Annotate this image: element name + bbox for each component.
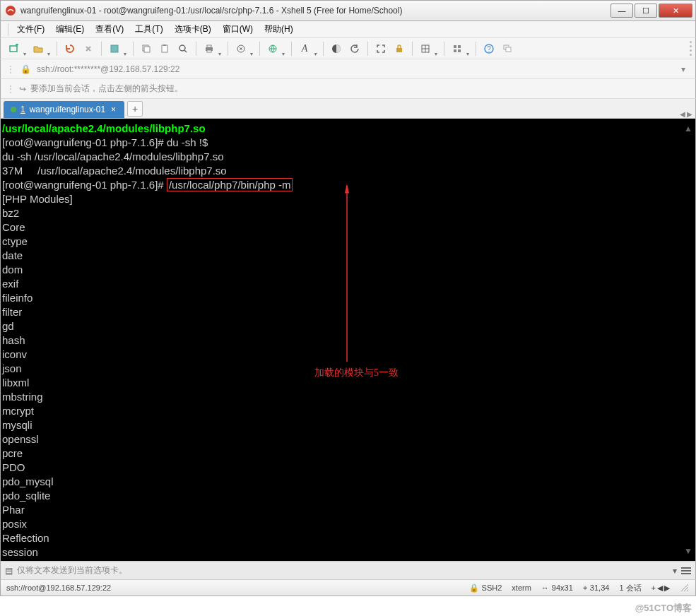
toolbar-sep [57,42,57,56]
toolbar-sep [367,42,368,56]
resize-grip-icon[interactable] [680,583,690,593]
php-module: PDO [2,461,694,475]
status-sessions: 1 会话 [619,583,641,593]
compose-bar: ▤ 仅将文本发送到当前选项卡。 ▾ [0,561,696,579]
php-module: openssl [2,432,694,446]
status-protocol: 🔒SSH2 [469,584,502,593]
terminal-output: du -sh /usr/local/apache2.4/modules/libp… [2,150,694,164]
status-size: ↔ 94x31 [541,584,573,592]
refresh-icon[interactable] [347,41,362,57]
menu-view[interactable]: 查看(V) [91,22,128,37]
php-module: pdo_mysql [2,475,694,489]
menu-help[interactable]: 帮助(H) [260,22,297,37]
svg-rect-4 [144,47,150,52]
menu-edit[interactable]: 编辑(E) [52,22,88,37]
php-module: dom [2,263,694,277]
menu-file[interactable]: 文件(F) [13,22,49,37]
tile-icon[interactable] [449,41,465,57]
terminal[interactable]: /usr/local/apache2.4/modules/libphp7.so … [0,119,696,561]
toolbar-sep [291,42,292,56]
addr-grip-icon: ⋮ [6,64,15,74]
cascade-icon[interactable] [500,41,515,57]
svg-text:?: ? [487,45,491,53]
plus-icon[interactable]: + [651,584,656,592]
toolbar-sep [196,42,196,56]
lock-tiny-icon: 🔒 [469,584,479,593]
disconnect-icon[interactable] [81,41,96,57]
php-module: session [2,545,694,559]
reconnect-icon[interactable] [62,41,78,57]
window-titlebar: wangruifenglinux-01 - root@wangruifeng-0… [0,0,696,21]
font-icon[interactable]: A [297,41,312,57]
terminal-path: /usr/local/apache2.4/modules/libphp7.so [2,122,206,134]
menu-tools[interactable]: 工具(T) [131,22,167,37]
svg-rect-6 [163,45,166,46]
php-module: mysqli [2,418,694,432]
svg-rect-19 [458,49,461,52]
tab-label: wangruifenglinux-01 [30,105,105,114]
address-input[interactable]: ssh://root:********@192.168.57.129:22 [37,64,671,74]
script-icon[interactable] [233,41,249,57]
open-session-icon[interactable] [30,41,46,57]
window-title: wangruifenglinux-01 - root@wangruifeng-0… [20,6,609,16]
php-module: ctype [2,235,694,249]
terminal-output: [PHP Modules] [2,192,694,206]
svg-rect-16 [454,45,456,48]
chevron-right-icon[interactable]: ▶ [664,584,670,593]
compose-mode-icon[interactable]: ▤ [5,566,13,576]
tab-prev-icon[interactable]: ◀ [680,110,685,118]
svg-rect-5 [162,45,167,52]
tab-strip: 1 wangruifenglinux-01 × + ◀ ▶ [0,99,696,119]
compose-placeholder[interactable]: 仅将文本发送到当前选项卡。 [17,564,668,576]
tab-next-icon[interactable]: ▶ [687,110,692,118]
prompt: [root@wangruifeng-01 php-7.1.6]# [2,179,167,191]
address-bar: ⋮ 🔒 ssh://root:********@192.168.57.129:2… [0,59,696,79]
print-icon[interactable] [201,41,217,57]
lock-icon[interactable] [391,41,407,57]
compose-menu-icon[interactable] [681,567,691,574]
php-module: pdo_sqlite [2,489,694,503]
svg-rect-2 [111,45,118,52]
chevron-left-icon[interactable]: ◀ [657,584,663,593]
info-grip-icon: ⋮ [6,84,15,94]
app-logo-icon [5,5,16,16]
paste-icon[interactable] [157,41,172,57]
menu-tabs[interactable]: 选项卡(B) [170,22,216,37]
php-module: iconv [2,348,694,362]
layout-icon[interactable] [418,41,433,57]
php-module: date [2,249,694,263]
encoding-icon[interactable] [265,41,281,57]
new-session-icon[interactable] [6,41,22,57]
php-module: hash [2,333,694,348]
find-icon[interactable] [175,41,191,57]
compose-dropdown-icon[interactable]: ▾ [673,566,677,576]
copy-icon[interactable] [138,41,154,57]
toolbar-sep [259,42,260,56]
svg-point-0 [6,6,16,16]
php-module: mcrypt [2,404,694,418]
add-tab-button[interactable]: + [127,101,143,117]
maximize-button[interactable]: ☐ [635,4,657,18]
add-session-arrow-icon[interactable]: ↪ [19,84,26,94]
menu-window[interactable]: 窗口(W) [218,22,257,37]
toolbar-sep [476,42,476,56]
address-dropdown-icon[interactable]: ▾ [677,64,690,74]
php-module: bz2 [2,206,694,220]
properties-icon[interactable] [107,41,122,57]
close-button[interactable]: ✕ [659,4,692,18]
help-icon[interactable]: ? [481,41,497,57]
svg-point-7 [179,45,185,51]
tab-close-icon[interactable]: × [110,105,117,114]
session-tab[interactable]: 1 wangruifenglinux-01 × [4,101,124,118]
toolbar-grip-icon [688,40,692,57]
caret-position-icon: ⌖ [583,584,587,593]
svg-rect-1 [10,46,17,52]
color-scheme-icon[interactable] [329,41,344,57]
php-module: fileinfo [2,291,694,305]
toolbar-sep [323,42,324,56]
minimize-button[interactable]: — [611,4,633,18]
info-bar: ⋮ ↪ 要添加当前会话，点击左侧的箭头按钮。 [0,79,696,99]
scroll-up-icon[interactable]: ▲ [684,122,692,136]
fullscreen-icon[interactable] [373,41,389,57]
scroll-down-icon[interactable]: ▼ [684,544,692,558]
